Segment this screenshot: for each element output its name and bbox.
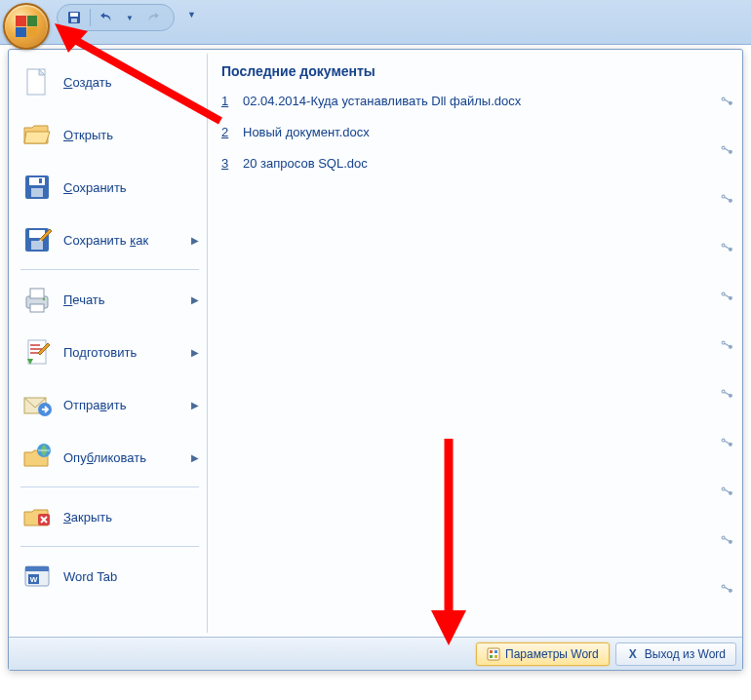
recent-num: 3 [221, 156, 233, 171]
submenu-arrow-icon: ▶ [191, 347, 199, 358]
office-logo-icon [16, 16, 37, 37]
pin-column: ⊶ ⊶ ⊶ ⊶ ⊶ ⊶ ⊶ ⊶ ⊶ ⊶ ⊶ [721, 93, 734, 596]
svg-rect-23 [25, 566, 49, 571]
office-menu-panel: Создать Открыть Сохранить Сохранить как [8, 49, 743, 671]
pin-icon[interactable]: ⊶ [718, 578, 737, 599]
options-icon [487, 647, 500, 661]
recent-num: 1 [221, 94, 233, 108]
qat-separator [90, 9, 91, 26]
menu-label: Подготовить [63, 345, 137, 360]
menu-item-send[interactable]: Отправить ▶ [15, 378, 205, 431]
menu-item-close[interactable]: Закрыть [15, 490, 205, 543]
svg-rect-26 [488, 648, 499, 660]
svg-rect-1 [70, 13, 78, 17]
submenu-arrow-icon: ▶ [191, 400, 199, 410]
qat-customize-dropdown[interactable]: ▼ [187, 10, 196, 19]
recent-documents-list: 1 02.04.2014-Куда устанавливать Dll файл… [221, 87, 731, 176]
word-tab-icon: W [20, 560, 54, 593]
qat-undo-dropdown[interactable]: ▼ [119, 7, 140, 28]
svg-rect-30 [494, 655, 497, 658]
submenu-arrow-icon: ▶ [191, 294, 199, 305]
pin-icon[interactable]: ⊶ [718, 139, 737, 160]
close-x-icon: X [626, 647, 640, 661]
send-icon [20, 388, 54, 421]
close-icon [20, 500, 54, 533]
menu-label: Сохранить [63, 180, 127, 195]
menu-item-prepare[interactable]: Подготовить ▶ [15, 326, 205, 378]
svg-rect-6 [29, 177, 45, 185]
recent-documents-title: Последние документы [221, 59, 731, 87]
recent-name: 20 запросов SQL.doc [243, 156, 731, 171]
svg-rect-27 [490, 650, 493, 653]
menu-label: Опубликовать [63, 450, 146, 465]
button-label: Параметры Word [505, 647, 599, 661]
menu-separator [20, 269, 199, 270]
office-button[interactable] [3, 3, 50, 50]
recent-num: 2 [221, 125, 233, 139]
svg-rect-7 [31, 188, 43, 197]
title-bar: ▼ ▼ [0, 0, 751, 45]
pin-icon[interactable]: ⊶ [718, 481, 737, 501]
svg-text:W: W [30, 575, 38, 584]
menu-item-word-tab[interactable]: W Word Tab [15, 550, 205, 603]
svg-rect-2 [71, 19, 77, 22]
word-options-button[interactable]: Параметры Word [476, 642, 610, 666]
menu-item-print[interactable]: Печать ▶ [15, 273, 205, 326]
svg-rect-28 [494, 650, 497, 653]
submenu-arrow-icon: ▶ [191, 235, 199, 246]
menu-label: Отправить [63, 398, 126, 412]
menu-item-publish[interactable]: Опубликовать ▶ [15, 431, 205, 484]
menu-item-save[interactable]: Сохранить [15, 161, 205, 214]
svg-rect-11 [31, 241, 43, 250]
recent-document-item[interactable]: 1 02.04.2014-Куда устанавливать Dll файл… [221, 87, 731, 114]
svg-point-16 [43, 298, 45, 300]
pin-icon[interactable]: ⊶ [718, 334, 737, 355]
recent-document-item[interactable]: 2 Новый документ.docx [221, 118, 731, 145]
print-icon [20, 283, 54, 316]
menu-label: Закрыть [63, 510, 112, 525]
prepare-icon [20, 335, 54, 369]
save-as-icon [20, 223, 54, 256]
pin-icon[interactable]: ⊶ [718, 286, 737, 306]
exit-word-button[interactable]: X Выход из Word [615, 642, 736, 666]
menu-body: Создать Открыть Сохранить Сохранить как [9, 50, 742, 637]
submenu-arrow-icon: ▶ [191, 452, 199, 463]
menu-item-open[interactable]: Открыть [15, 108, 205, 161]
new-document-icon [20, 65, 54, 98]
qat-redo-button[interactable] [142, 7, 164, 28]
save-icon [20, 171, 54, 204]
menu-left-column: Создать Открыть Сохранить Сохранить как [13, 54, 208, 633]
svg-rect-29 [490, 655, 493, 658]
pin-icon[interactable]: ⊶ [718, 432, 737, 452]
menu-item-save-as[interactable]: Сохранить как ▶ [15, 214, 205, 266]
menu-separator [20, 486, 199, 487]
open-folder-icon [20, 118, 54, 151]
menu-separator [20, 546, 199, 547]
svg-rect-15 [30, 304, 44, 312]
qat-save-button[interactable] [63, 7, 85, 28]
svg-rect-14 [30, 289, 44, 298]
menu-label: Word Tab [63, 569, 117, 584]
menu-item-new[interactable]: Создать [15, 56, 205, 108]
recent-name: 02.04.2014-Куда устанавливать Dll файлы.… [243, 94, 731, 108]
pin-icon[interactable]: ⊶ [718, 529, 737, 550]
recent-documents-panel: Последние документы 1 02.04.2014-Куда ус… [208, 54, 738, 633]
quick-access-toolbar: ▼ [57, 4, 175, 31]
qat-undo-button[interactable] [96, 7, 117, 28]
button-label: Выход из Word [645, 647, 726, 661]
pin-icon[interactable]: ⊶ [718, 91, 737, 111]
menu-label: Создать [63, 75, 111, 90]
menu-footer: Параметры Word X Выход из Word [9, 637, 742, 670]
menu-label: Открыть [63, 128, 113, 142]
publish-icon [20, 441, 54, 474]
pin-icon[interactable]: ⊶ [718, 237, 737, 257]
menu-label: Сохранить как [63, 233, 148, 248]
pin-icon[interactable]: ⊶ [718, 188, 737, 209]
pin-icon[interactable]: ⊶ [718, 383, 737, 404]
menu-label: Печать [63, 292, 105, 307]
svg-rect-8 [39, 178, 42, 183]
recent-document-item[interactable]: 3 20 запросов SQL.doc [221, 149, 731, 176]
recent-name: Новый документ.docx [243, 125, 731, 139]
